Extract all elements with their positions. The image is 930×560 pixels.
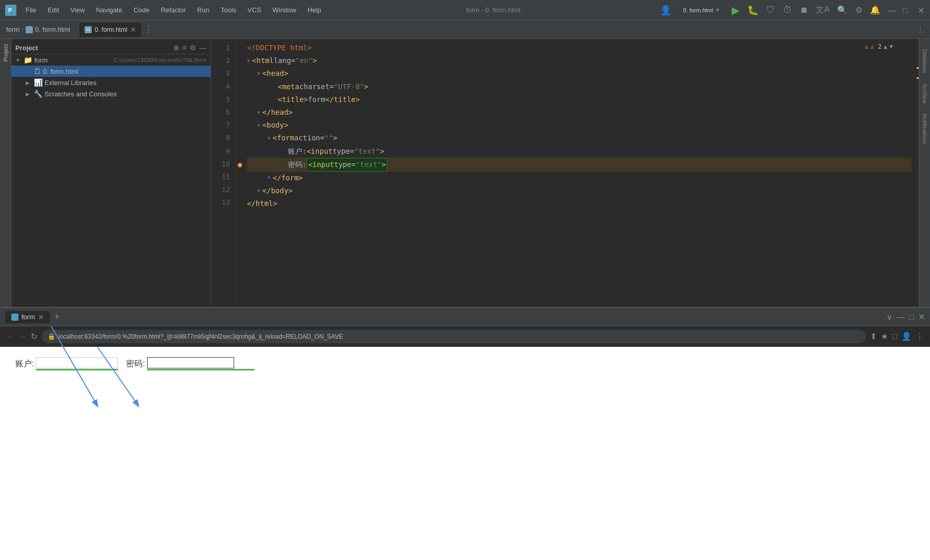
account-input-wrapper <box>36 357 118 370</box>
run-button[interactable]: ▶ <box>732 4 739 16</box>
tab-label: 0. form.html <box>95 26 127 33</box>
browser-tab[interactable]: form ✕ <box>5 311 50 323</box>
editor-tab-active[interactable]: H 0. form.html ✕ <box>79 23 141 37</box>
menu-refactor[interactable]: Refactor <box>156 4 191 16</box>
menu-navigate[interactable]: Navigate <box>91 4 127 16</box>
tree-item-form-html[interactable]: 🗒 0. form.html <box>11 66 211 77</box>
code-line-8: ▼ <form action= "" > <box>247 132 912 144</box>
code-line-12: ▼ </body> <box>247 184 912 197</box>
breadcrumb-file[interactable]: 0. form.html <box>26 26 70 33</box>
line-numbers: 12345 678910 111213 <box>211 39 237 307</box>
ext-libs-name: External Libraries <box>45 79 206 87</box>
browser-collapse-icon[interactable]: ∨ <box>886 312 893 322</box>
tree-arrow-down: ▼ <box>15 57 22 63</box>
project-minimize-icon[interactable]: — <box>199 44 206 52</box>
url-bar[interactable]: 🔒 localhost:63342/form/0.%20form.html?_i… <box>42 330 866 343</box>
file-icon-html: 🗒 <box>34 67 41 75</box>
project-add-icon[interactable]: ⊕ <box>173 44 179 52</box>
code-line-13: </html> <box>247 197 912 210</box>
tree-item-form-folder[interactable]: ▼ 📁 form C:\Users\13600\front end\HTML\f… <box>11 54 211 66</box>
stop-button[interactable]: ⏹ <box>800 6 808 15</box>
profile-icon[interactable]: 👤 <box>901 331 912 341</box>
code-line-10: ● 密码: <input type= "text" > <box>247 158 912 172</box>
minimize-button[interactable]: — <box>888 7 895 14</box>
code-editor[interactable]: 12345 678910 111213 ⚠ ⚠ 2 ▲ ▼ <!DOCTYPE … <box>211 39 919 307</box>
browser-controls-right: ∨ — □ ✕ <box>886 312 925 322</box>
tab-notifications[interactable]: Notifications <box>922 114 928 144</box>
search-button[interactable]: 🔍 <box>837 5 848 15</box>
svg-text:P: P <box>8 7 12 13</box>
menu-edit[interactable]: Edit <box>43 4 64 16</box>
folder-name: form <box>34 56 112 64</box>
project-toolbar: Project ⊕ ≡ ⚙ — <box>11 42 211 54</box>
back-button[interactable]: ← <box>6 332 14 341</box>
reload-button[interactable]: ↻ <box>31 331 37 341</box>
translate-icon[interactable]: 文A <box>816 5 830 15</box>
app-logo: P <box>5 5 16 16</box>
run-config[interactable]: 0. form.html ▼ <box>679 6 724 14</box>
menu-code[interactable]: Code <box>129 4 155 16</box>
run-config-label: 0. form.html <box>683 7 713 13</box>
editor-right-gutter <box>912 39 919 307</box>
coverage-button[interactable]: 🛡 <box>766 5 775 15</box>
editor-tab-bar: H 0. form.html ✕ ⋮ <box>74 23 913 37</box>
menu-window[interactable]: Window <box>267 4 301 16</box>
tree-item-scratches[interactable]: ▶ 🔧 Scratches and Consoles <box>11 88 211 99</box>
view-toggle-icon[interactable]: □ <box>892 332 897 341</box>
toolbar-more-icon[interactable]: ⋮ <box>917 26 924 34</box>
tree-item-ext-libs[interactable]: ▶ 📊 External Libraries <box>11 77 211 88</box>
project-gear-icon[interactable]: ⚙ <box>190 44 196 52</box>
menu-view[interactable]: View <box>65 4 90 16</box>
side-panel-label[interactable]: Project <box>0 39 11 307</box>
password-input-wrapper <box>147 357 255 370</box>
code-content[interactable]: ⚠ ⚠ 2 ▲ ▼ <!DOCTYPE html> ▼ <html lang= … <box>237 39 912 307</box>
right-tab-panel: Database SciView Notifications <box>919 39 930 307</box>
breadcrumb-form[interactable]: form <box>6 26 19 33</box>
title-bar: P File Edit View Navigate Code Refactor … <box>0 0 930 20</box>
password-input[interactable] <box>147 357 234 368</box>
forward-button[interactable]: → <box>18 332 27 341</box>
scratches-icon: 🔧 <box>34 90 43 98</box>
debug-button[interactable]: 🐛 <box>747 5 758 16</box>
notifications-button[interactable]: 🔔 <box>870 5 880 15</box>
share-icon[interactable]: ⬆ <box>870 331 877 341</box>
browser-tab-close[interactable]: ✕ <box>38 313 44 321</box>
tab-close-icon[interactable]: ✕ <box>130 26 136 34</box>
menu-run[interactable]: Run <box>192 4 215 16</box>
code-line-3: ▼ <head> <box>247 67 912 80</box>
highlighted-code: <input type= "text" > <box>306 158 387 172</box>
account-field-group: 账户: <box>15 357 118 370</box>
more-tabs-icon[interactable]: ⋮ <box>144 25 153 34</box>
menu-help[interactable]: Help <box>302 4 326 16</box>
menu-tools[interactable]: Tools <box>216 4 241 16</box>
account-input[interactable] <box>36 357 118 368</box>
menu-vcs[interactable]: VCS <box>242 4 266 16</box>
user-icon[interactable]: 👤 <box>660 5 671 16</box>
browser-close-icon[interactable]: ✕ <box>918 312 925 322</box>
browser-tab-label: form <box>22 313 35 321</box>
browser-content: 账户: 密码: <box>0 347 930 560</box>
account-label: 账户: <box>15 359 34 369</box>
browser-titlebar: form ✕ + ∨ — □ ✕ <box>0 308 930 326</box>
maximize-button[interactable]: □ <box>903 7 910 14</box>
close-button[interactable]: ✕ <box>918 7 925 14</box>
browser-menu-icon[interactable]: ⋮ <box>916 331 924 341</box>
settings-button[interactable]: ⚙ <box>855 5 862 15</box>
project-panel-label[interactable]: Project <box>3 44 9 61</box>
profile-button[interactable]: ⏱ <box>783 5 792 15</box>
ext-libs-icon: 📊 <box>34 78 43 87</box>
run-config-arrow: ▼ <box>715 7 720 13</box>
bookmark-icon[interactable]: ★ <box>881 331 888 341</box>
tree-arrow-right-scratches: ▶ <box>26 91 32 97</box>
folder-icon: 📁 <box>24 56 32 64</box>
menu-file[interactable]: File <box>20 4 42 16</box>
file-name: 0. form.html <box>43 68 206 75</box>
code-line-5: <title> form </title> <box>247 93 912 106</box>
project-layout-icon[interactable]: ≡ <box>182 44 187 52</box>
tab-database[interactable]: Database <box>922 49 928 73</box>
tab-sciview[interactable]: SciView <box>922 84 928 103</box>
add-tab-button[interactable]: + <box>54 312 60 322</box>
browser-min-icon[interactable]: — <box>897 313 905 322</box>
browser-max-icon[interactable]: □ <box>909 313 914 322</box>
window-controls: 👤 0. form.html ▼ ▶ 🐛 🛡 ⏱ ⏹ 文A 🔍 ⚙ 🔔 — □ … <box>660 4 925 16</box>
